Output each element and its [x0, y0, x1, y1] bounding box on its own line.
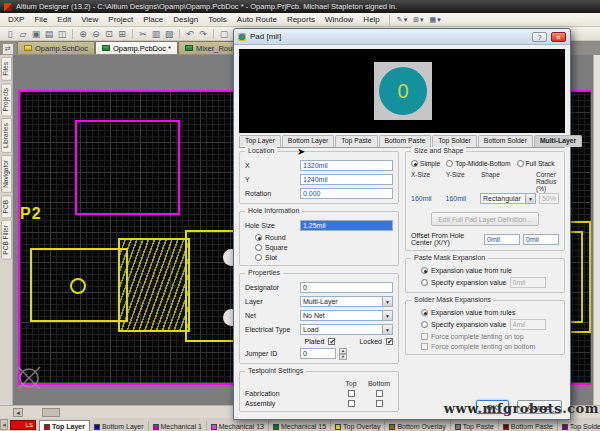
assembly-bottom-checkbox[interactable] — [376, 400, 383, 407]
y-input[interactable]: 1240mil — [300, 174, 393, 185]
plated-checkbox[interactable] — [328, 338, 335, 345]
top-middle-bottom-radio[interactable] — [446, 160, 453, 167]
pad-tab-bottom-solder[interactable]: Bottom Solder — [478, 135, 533, 147]
layer-tab-mechanical-1[interactable]: Mechanical 1 — [149, 421, 207, 431]
menu-auto-route[interactable]: Auto Route — [232, 14, 282, 25]
menu-window[interactable]: Window — [320, 14, 358, 25]
layers-dropdown-icon[interactable]: ▦▾ — [427, 16, 444, 24]
sidebar-tab-files[interactable]: Files — [1, 57, 12, 81]
layer-tab-top-layer[interactable]: Top Layer — [39, 420, 90, 431]
scroll-left-icon[interactable]: ◄ — [13, 408, 23, 417]
sidebar-tab-pcb-filter[interactable]: PCB Filter — [1, 220, 12, 260]
vertical-scrollbar[interactable] — [593, 55, 600, 405]
full-stack-radio[interactable] — [517, 160, 524, 167]
hole-slot-radio[interactable] — [255, 254, 262, 261]
layer-tab-mechanical-15[interactable]: Mechanical 15 — [269, 421, 331, 431]
layer-tab-top-overlay[interactable]: Top Overlay — [331, 421, 385, 431]
layer-tab-bottom-paste[interactable]: Bottom Paste — [499, 421, 558, 431]
menu-help[interactable]: Help — [358, 14, 384, 25]
dialog-close-icon[interactable]: ✕ — [551, 32, 566, 42]
simple-radio[interactable] — [411, 160, 418, 167]
menu-toolbar-dropdowns: ✎▾⊞▾▦▾ — [394, 15, 444, 24]
hole-round-radio[interactable] — [255, 234, 262, 241]
paste-from-rule-radio[interactable] — [421, 267, 428, 274]
layer-tab-top-paste[interactable]: Top Paste — [451, 421, 499, 431]
menu-place[interactable]: Place — [138, 14, 168, 25]
rotation-label: Rotation — [245, 190, 297, 197]
menu-view[interactable]: View — [76, 14, 103, 25]
electrical-type-dropdown[interactable]: Load▼ — [300, 324, 393, 335]
layer-tab-bottom-layer[interactable]: Bottom Layer — [90, 421, 149, 431]
layer-dropdown[interactable]: Multi-Layer▼ — [300, 296, 393, 307]
shape-dropdown[interactable]: Rectangular▼ — [480, 193, 536, 204]
assembly-top-checkbox[interactable] — [348, 400, 355, 407]
x-input[interactable]: 1320mil — [300, 160, 393, 171]
jumper-id-stepper[interactable]: ▲▼ — [339, 348, 347, 359]
locked-checkbox[interactable] — [386, 338, 393, 345]
xsize-value[interactable]: 160mil — [411, 195, 442, 202]
scrollbar-thumb[interactable] — [42, 408, 60, 417]
menu-design[interactable]: Design — [168, 14, 203, 25]
panel-dock-icon[interactable]: ⇄ — [2, 43, 14, 55]
offset-y-input[interactable]: 0mil — [523, 234, 559, 245]
rotation-input[interactable]: 0.000 — [300, 188, 393, 199]
solder-specify-radio[interactable] — [421, 321, 428, 328]
designator-label-p2[interactable]: P2 — [20, 205, 42, 223]
layer-tab-mechanical-13[interactable]: Mechanical 13 — [207, 421, 269, 431]
pad-tab-bottom-layer[interactable]: Bottom Layer — [282, 135, 334, 147]
pad-tab-top-layer[interactable]: Top Layer — [239, 135, 281, 147]
component-outline-1[interactable] — [30, 248, 128, 322]
pad-tab-bottom-paste[interactable]: Bottom Paste — [379, 135, 432, 147]
sidebar-tab-navigator[interactable]: Navigator — [1, 155, 12, 193]
chevron-down-icon[interactable]: ▼ — [525, 194, 535, 203]
menu-file[interactable]: File — [29, 14, 52, 25]
hole-square-radio[interactable] — [255, 244, 262, 251]
dialog-title-bar[interactable]: Pad [mil] ? ✕ — [234, 29, 570, 45]
tenting-top-checkbox[interactable] — [421, 333, 428, 340]
chevron-down-icon[interactable]: ▼ — [382, 297, 392, 306]
net-dropdown[interactable]: No Net▼ — [300, 310, 393, 321]
menu-reports[interactable]: Reports — [282, 14, 320, 25]
layer-nav-left-icon[interactable]: ◄ — [0, 419, 8, 430]
chevron-down-icon[interactable]: ▼ — [382, 311, 392, 320]
menu-edit[interactable]: Edit — [52, 14, 76, 25]
pad-tab-multi-layer[interactable]: Multi-Layer — [534, 135, 582, 147]
title-bar: Altium Designer (13.2) - C:\Altium Desig… — [0, 0, 600, 13]
solder-mask-expansions-group: Solder Mask Expansions Expansion value f… — [405, 300, 565, 355]
layer-tab-top-solder[interactable]: Top Solder — [558, 421, 600, 431]
ysize-value[interactable]: 160mil — [445, 195, 476, 202]
paste-from-rule-label: Expansion value from rule — [431, 267, 512, 274]
mounting-hole[interactable] — [70, 278, 86, 294]
grids-dropdown-icon[interactable]: ⊞▾ — [410, 16, 426, 24]
menu-dxp[interactable]: DXP — [3, 14, 29, 25]
mouse-cursor-icon: ➤ — [297, 146, 305, 157]
menu-tools[interactable]: Tools — [203, 14, 232, 25]
paste-specify-label: Specify expansion value — [431, 279, 507, 286]
keepout-rectangle[interactable] — [75, 120, 180, 215]
new-file-icon[interactable]: ▯ — [4, 28, 16, 40]
snippets-dropdown-icon[interactable]: ✎▾ — [394, 16, 410, 24]
fabrication-bottom-checkbox[interactable] — [376, 390, 383, 397]
doc-tab-opamp-pcbdoc-[interactable]: Opamp.PcbDoc * — [95, 41, 178, 54]
pad-tab-top-solder[interactable]: Top Solder — [432, 135, 477, 147]
designator-input[interactable]: 0 — [300, 282, 393, 293]
jumper-id-input[interactable]: 0 — [300, 348, 336, 359]
hatched-component-region[interactable] — [118, 238, 190, 332]
dialog-help-icon[interactable]: ? — [532, 32, 547, 42]
spin-down-icon[interactable]: ▼ — [339, 354, 347, 360]
layer-tab-bottom-overlay[interactable]: Bottom Overlay — [385, 421, 450, 431]
offset-x-input[interactable]: 0mil — [484, 234, 520, 245]
chevron-down-icon[interactable]: ▼ — [382, 325, 392, 334]
sidebar-tab-projects[interactable]: Projects — [1, 83, 12, 116]
solder-from-rules-radio[interactable] — [421, 309, 428, 316]
doc-tab-opamp-schdoc[interactable]: Opamp.SchDoc — [17, 41, 95, 54]
sidebar-tab-libraries[interactable]: Libraries — [1, 118, 12, 153]
paste-specify-radio[interactable] — [421, 279, 428, 286]
tenting-bottom-checkbox[interactable] — [421, 343, 428, 350]
menu-project[interactable]: Project — [103, 14, 138, 25]
current-layer-indicator[interactable]: LS — [10, 420, 36, 430]
hole-size-input[interactable]: 1.25mil — [300, 220, 393, 231]
sidebar-tab-pcb[interactable]: PCB — [1, 195, 12, 218]
pad-tab-top-paste[interactable]: Top Paste — [335, 135, 377, 147]
fabrication-top-checkbox[interactable] — [348, 390, 355, 397]
